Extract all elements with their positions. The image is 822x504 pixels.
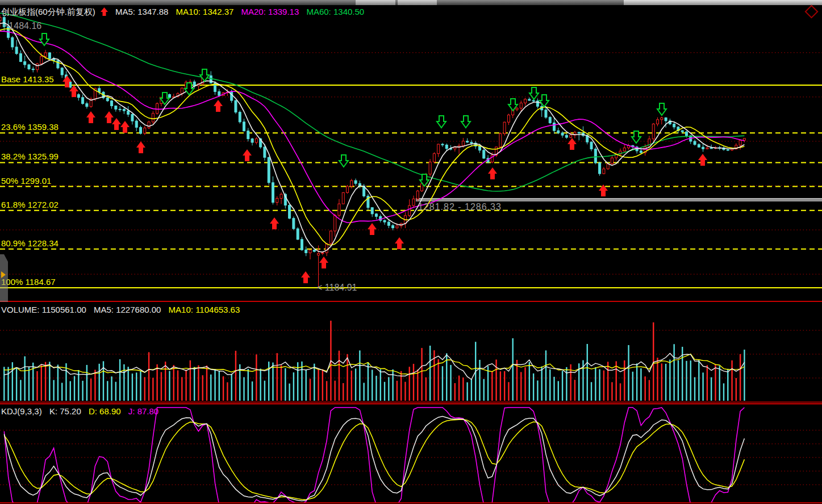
buy-signal-icon — [101, 7, 108, 18]
period-high-marker: ~1484.16 — [3, 21, 41, 31]
volume-panel-header: VOLUME: 1150561.00 MA5: 1227680.00 MA10:… — [1, 305, 245, 314]
fib-level-label: 38.2% 1325.99 — [1, 152, 59, 161]
fib-level-label: 100% 1184.67 — [1, 277, 56, 287]
gap-range-label: 1281.82 - 1286.33 — [418, 202, 502, 212]
ma5-value: MA5: 1347.88 — [115, 7, 168, 16]
left-panel-expander-handle[interactable] — [0, 254, 8, 302]
trading-app-window: 创业板指(60分钟.前复权) MA5: 1347.88 MA10: 1342.3… — [0, 0, 822, 504]
kdj-name: KDJ(9,3,3) — [1, 406, 42, 416]
fib-level-label: Base 1413.35 — [1, 74, 54, 84]
chart-canvas[interactable] — [0, 0, 822, 504]
expand-right-icon — [1, 271, 6, 278]
kdj-k-value: K: 75.20 — [49, 406, 81, 416]
main-chart-header: 创业板指(60分钟.前复权) MA5: 1347.88 MA10: 1342.3… — [1, 7, 369, 18]
fib-level-label: 50% 1299.01 — [1, 176, 51, 186]
volume-value: VOLUME: 1150561.00 — [1, 305, 86, 314]
kdj-d-value: D: 68.90 — [89, 406, 121, 416]
ma10-value: MA10: 1342.37 — [176, 7, 234, 16]
fib-level-label: 23.6% 1359.38 — [1, 122, 59, 132]
ma20-value: MA20: 1339.13 — [241, 7, 299, 16]
volume-ma10-value: MA10: 1104653.63 — [169, 305, 240, 314]
kdj-j-value: J: 87.80 — [128, 406, 158, 416]
fib-level-label: 80.9% 1228.34 — [1, 238, 59, 248]
fib-level-label: 61.8% 1272.02 — [1, 200, 59, 209]
period-low-marker: < 1184.91 — [317, 283, 357, 293]
symbol-title: 创业板指(60分钟.前复权) — [1, 7, 95, 16]
volume-ma5-value: MA5: 1227680.00 — [94, 305, 161, 314]
kdj-panel-header: KDJ(9,3,3) K: 75.20 D: 68.90 J: 87.80 — [1, 406, 164, 416]
ma60-value: MA60: 1340.50 — [306, 7, 364, 16]
